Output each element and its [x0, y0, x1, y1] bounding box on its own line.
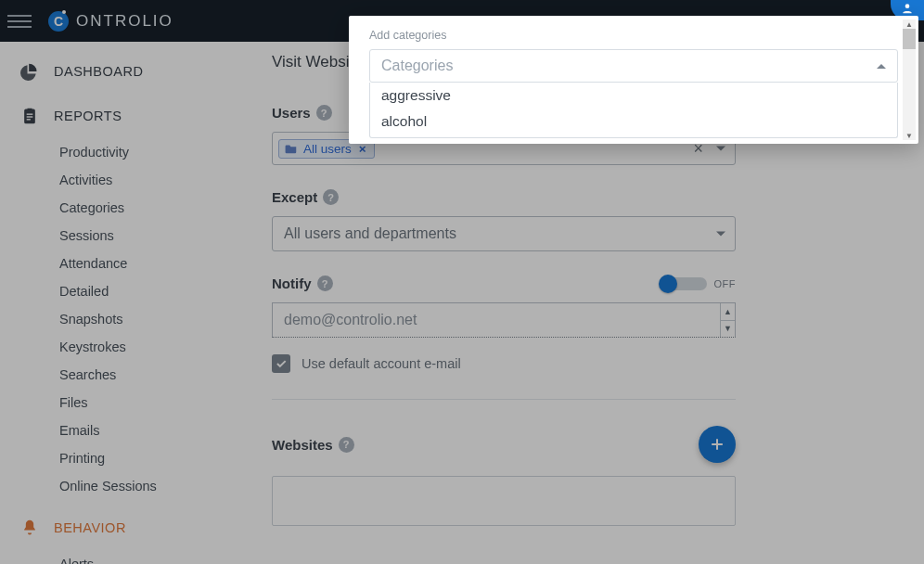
sidebar-item-searches[interactable]: Searches: [0, 361, 231, 389]
sidebar-section-dashboard[interactable]: DASHBOARD: [0, 58, 231, 94]
clipboard-icon: [20, 107, 39, 125]
add-categories-popup: Add categories Categories aggressive alc…: [349, 16, 918, 144]
scroll-thumb[interactable]: [903, 29, 916, 49]
notify-email-value: demo@controlio.net: [284, 312, 417, 328]
help-icon[interactable]: ?: [323, 189, 339, 205]
spinner-down-icon[interactable]: ▼: [721, 321, 735, 338]
help-icon[interactable]: ?: [339, 437, 354, 453]
categories-option[interactable]: alcohol: [370, 109, 897, 135]
categories-options-list[interactable]: aggressive alcohol: [369, 83, 898, 138]
websites-box[interactable]: [272, 476, 736, 526]
sidebar-item-productivity[interactable]: Productivity: [0, 138, 231, 166]
bell-icon: [20, 519, 39, 537]
add-website-button[interactable]: [699, 426, 736, 463]
sidebar-item-attendance[interactable]: Attendance: [0, 250, 231, 277]
sidebar-item-detailed[interactable]: Detailed: [0, 277, 231, 305]
scroll-down-icon[interactable]: ▼: [903, 131, 916, 140]
spinner-buttons[interactable]: ▲▼: [720, 303, 735, 337]
brand-badge-icon: C: [48, 11, 69, 32]
sidebar-item-printing[interactable]: Printing: [0, 444, 231, 472]
scroll-up-icon[interactable]: ▲: [903, 19, 916, 29]
notify-toggle-label: OFF: [714, 278, 737, 289]
sidebar-item-activities[interactable]: Activities: [0, 166, 231, 194]
sidebar-section-reports[interactable]: REPORTS: [0, 103, 231, 138]
notify-email-input[interactable]: demo@controlio.net ▲▼: [272, 302, 736, 338]
sidebar-item-files[interactable]: Files: [0, 389, 231, 417]
chevron-down-icon: [716, 232, 725, 237]
sidebar-item-categories[interactable]: Categories: [0, 194, 231, 222]
default-email-label: Use default account e-mail: [302, 356, 461, 371]
sidebar-section-label: REPORTS: [54, 109, 122, 123]
chevron-down-icon[interactable]: [716, 147, 725, 151]
sidebar-item-emails[interactable]: Emails: [0, 417, 231, 444]
except-label: Except: [272, 189, 317, 205]
sidebar: DASHBOARD REPORTS Productivity Activitie…: [0, 42, 231, 564]
svg-rect-3: [27, 119, 31, 120]
sidebar-items-reports: Productivity Activities Categories Sessi…: [0, 138, 231, 500]
sidebar-section-label: DASHBOARD: [54, 64, 143, 79]
sidebar-items-behavior: Alerts Rules: [0, 550, 231, 564]
divider: [272, 399, 736, 400]
websites-label: Websites: [272, 437, 333, 453]
sidebar-item-sessions[interactable]: Sessions: [0, 222, 231, 250]
sidebar-item-keystrokes[interactable]: Keystrokes: [0, 333, 231, 361]
menu-icon[interactable]: [7, 15, 32, 28]
sidebar-item-alerts[interactable]: Alerts: [0, 550, 231, 564]
sidebar-item-snapshots[interactable]: Snapshots: [0, 305, 231, 333]
categories-option[interactable]: aggressive: [370, 83, 897, 109]
sidebar-item-online-sessions[interactable]: Online Sessions: [0, 472, 231, 500]
except-placeholder: All users and departments: [284, 225, 456, 242]
notify-toggle[interactable]: OFF: [661, 277, 737, 290]
pie-chart-icon: [20, 62, 39, 81]
sidebar-section-behavior[interactable]: BEHAVIOR: [0, 515, 231, 550]
svg-rect-1: [27, 114, 33, 115]
folder-icon: [285, 143, 298, 154]
svg-rect-2: [27, 116, 33, 117]
except-select[interactable]: All users and departments: [272, 216, 736, 251]
sidebar-section-label: BEHAVIOR: [54, 520, 126, 535]
chevron-up-icon: [877, 64, 886, 69]
popup-title: Add categories: [369, 29, 898, 42]
brand-name: ONTROLIO: [76, 12, 173, 31]
brand-logo[interactable]: C ONTROLIO: [48, 11, 173, 32]
categories-select[interactable]: Categories: [369, 49, 898, 83]
notify-label: Notify: [272, 276, 312, 291]
popup-scrollbar[interactable]: ▲ ▼: [903, 19, 916, 140]
help-icon[interactable]: ?: [316, 105, 332, 121]
svg-point-0: [905, 4, 910, 8]
spinner-up-icon[interactable]: ▲: [721, 303, 735, 321]
users-label: Users: [272, 105, 311, 121]
categories-select-placeholder: Categories: [381, 58, 453, 74]
default-email-checkbox[interactable]: [272, 354, 290, 373]
help-icon[interactable]: ?: [317, 276, 333, 291]
users-chip-label: All users: [303, 142, 352, 156]
